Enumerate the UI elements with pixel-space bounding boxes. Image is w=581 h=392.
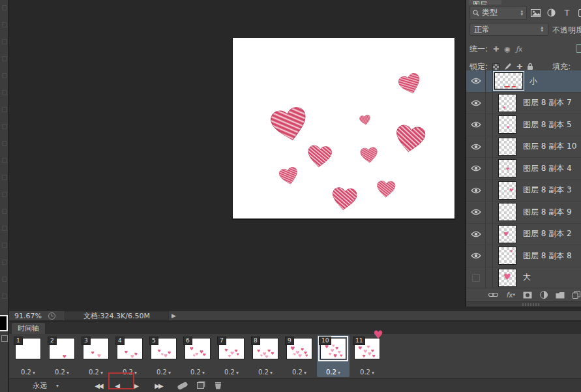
layer-thumbnail[interactable]: ♥ <box>498 181 516 200</box>
layer-name[interactable]: 图层 8 副本 8 <box>523 250 572 262</box>
animation-frame[interactable]: 11 ♥♥♥♥♥♥♥♥ 0.2▾ <box>351 335 383 377</box>
timeline-tab[interactable]: 时间轴 <box>12 323 45 334</box>
tool-icon[interactable] <box>2 294 7 299</box>
layer-visibility-toggle[interactable] <box>466 224 486 245</box>
layer-mask-icon[interactable] <box>523 292 532 299</box>
layer-thumbnail[interactable] <box>494 72 523 89</box>
animation-frame[interactable]: 2 ♥ 0.2▾ <box>46 335 78 377</box>
duplicate-frame-button[interactable] <box>197 382 204 389</box>
layer-row[interactable]: 图层 8 副本 9 <box>466 202 581 224</box>
tool-icon[interactable] <box>2 56 7 61</box>
panel-resize-grip[interactable] <box>466 301 581 307</box>
tool-icon[interactable] <box>2 243 7 248</box>
tool-icon[interactable] <box>2 226 7 231</box>
document-canvas[interactable] <box>233 38 454 219</box>
tool-icon[interactable] <box>2 90 7 95</box>
background-color-swatch[interactable] <box>1 335 8 342</box>
tool-icon[interactable] <box>2 141 7 146</box>
tool-icon[interactable] <box>2 22 7 27</box>
animation-frame[interactable]: 8 ♥♥♥♥♥♥ 0.2▾ <box>249 335 282 377</box>
frame-duration-select[interactable]: 0.2▾ <box>147 369 180 376</box>
frame-duration-select[interactable]: 0.2▾ <box>113 369 146 376</box>
layer-group-icon[interactable] <box>556 292 565 299</box>
animation-frame[interactable]: 1 0.2▾ <box>12 335 44 377</box>
layer-visibility-toggle[interactable] <box>466 93 486 114</box>
layer-row[interactable]: ♥ 大 <box>466 267 581 290</box>
tool-icon[interactable] <box>2 192 7 197</box>
layer-row[interactable]: ♥ 图层 8 副本 2 <box>466 224 581 246</box>
layer-row[interactable]: ♥ 图层 8 副本 4 <box>466 158 581 180</box>
animation-frame[interactable]: 5 ♥♥♥♥ 0.2▾ <box>147 335 180 377</box>
adjustment-layer-icon[interactable] <box>540 291 548 299</box>
layer-visibility-toggle[interactable] <box>466 267 486 289</box>
frame-duration-select[interactable]: 0.2▾ <box>317 369 350 376</box>
frame-duration-select[interactable]: 0.2▾ <box>351 369 383 376</box>
play-button[interactable]: ▶ <box>129 382 142 389</box>
new-layer-icon[interactable] <box>573 291 580 299</box>
layer-row[interactable]: ♥ 图层 8 副本 3 <box>466 180 581 202</box>
status-flyout-arrow[interactable]: ▶ <box>171 312 176 319</box>
type-filter-icon[interactable]: T <box>561 8 573 18</box>
tool-icon[interactable] <box>2 260 7 265</box>
delete-frame-button[interactable] <box>215 382 222 389</box>
layer-thumbnail[interactable]: ♥ <box>498 159 516 177</box>
pixel-filter-icon[interactable] <box>530 8 541 18</box>
layer-name[interactable]: 小 <box>529 76 537 87</box>
layer-visibility-toggle[interactable] <box>466 180 486 202</box>
animation-frame[interactable]: 4 ♥♥♥ 0.2▾ <box>113 335 146 377</box>
tool-icon[interactable] <box>2 73 7 78</box>
tool-icon[interactable] <box>2 209 7 214</box>
frame-duration-select[interactable]: 0.2▾ <box>181 369 214 376</box>
lock-position-icon[interactable]: ✚ <box>516 63 522 71</box>
foreground-color-swatch[interactable] <box>0 315 8 331</box>
layer-visibility-toggle[interactable] <box>466 136 486 158</box>
prev-frame-button[interactable]: ◀ <box>111 382 123 389</box>
layer-row[interactable]: ♥ 图层 8 副本 5 <box>466 114 581 136</box>
blend-mode-select[interactable]: 正常 ▴▾ <box>469 23 548 36</box>
tools-panel[interactable] <box>0 0 9 392</box>
layer-visibility-toggle[interactable] <box>466 158 486 179</box>
tool-icon[interactable] <box>2 277 7 282</box>
animation-frame[interactable]: 3 ♥♥ 0.2▾ <box>80 335 112 377</box>
frame-duration-select[interactable]: 0.2▾ <box>249 369 282 376</box>
frame-duration-select[interactable]: 0.2▾ <box>283 369 316 376</box>
frame-duration-select[interactable]: 0.2▾ <box>12 369 44 376</box>
layer-filter-type-select[interactable]: 类型 ▴▾ <box>469 6 527 20</box>
next-frame-button[interactable]: ▶▶ <box>150 382 167 389</box>
animation-frame[interactable]: 10 ♥♥♥♥♥♥♥♥ 0.2▾ <box>317 335 350 377</box>
layer-thumbnail[interactable] <box>498 203 516 221</box>
animation-frame[interactable]: 6 ♥♥♥♥♥ 0.2▾ <box>181 335 214 377</box>
layer-name[interactable]: 图层 8 副本 3 <box>523 185 572 196</box>
layer-thumbnail[interactable]: ♥ <box>498 225 516 243</box>
layer-name[interactable]: 图层 8 副本 9 <box>523 207 572 218</box>
layer-thumbnail[interactable] <box>498 138 516 156</box>
layer-row[interactable]: ♥ 图层 8 副本 7 <box>466 93 581 115</box>
unify-style-icon[interactable]: ƒx <box>516 45 522 53</box>
lock-pixels-icon[interactable] <box>504 63 512 70</box>
layer-visibility-toggle[interactable] <box>466 70 486 92</box>
unify-position-icon[interactable]: ✚ <box>493 45 499 53</box>
layer-name[interactable]: 图层 8 副本 7 <box>523 97 572 108</box>
layer-visibility-toggle[interactable] <box>466 202 486 223</box>
frame-duration-select[interactable]: 0.2▾ <box>80 369 112 376</box>
link-layers-icon[interactable] <box>488 292 498 297</box>
tool-icon[interactable] <box>2 158 7 163</box>
tool-icon[interactable] <box>2 5 7 10</box>
layer-name[interactable]: 图层 8 副本 5 <box>523 119 572 130</box>
tool-icon[interactable] <box>2 39 7 44</box>
zoom-level[interactable]: 91.67% <box>14 312 42 320</box>
layer-row[interactable]: 图层 8 副本 10 <box>466 136 581 158</box>
lock-all-icon[interactable] <box>527 63 533 70</box>
layer-thumbnail[interactable]: ♥ <box>498 94 516 112</box>
loop-count-select[interactable]: 永远▾ <box>33 381 76 391</box>
layer-name[interactable]: 图层 8 副本 4 <box>523 163 572 174</box>
layers-panel-tab[interactable]: 图层 <box>469 0 501 5</box>
unify-visibility-icon[interactable]: ◉ <box>504 45 511 53</box>
lock-transparency-icon[interactable] <box>492 63 499 70</box>
adjustment-filter-icon[interactable] <box>546 8 557 18</box>
animation-frame[interactable]: 7 ♥♥♥♥♥ 0.2▾ <box>215 335 248 377</box>
layer-thumbnail[interactable]: ♥ <box>498 269 516 287</box>
frame-duration-select[interactable]: 0.2▾ <box>215 369 248 376</box>
layer-thumbnail[interactable]: ♥ <box>498 115 516 134</box>
document-size-field[interactable]: 文档:324.3K/6.50M <box>65 311 169 320</box>
